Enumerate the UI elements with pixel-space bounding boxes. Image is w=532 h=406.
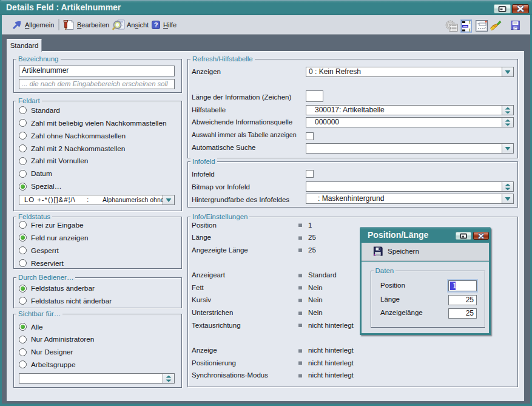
svg-text:?: ? <box>154 21 158 29</box>
